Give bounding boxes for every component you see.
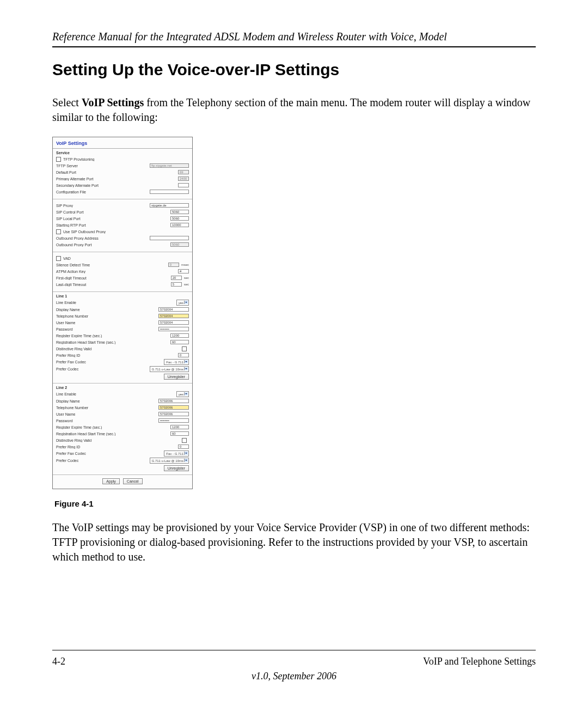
line1-register-expire-input[interactable]: 1200 (170, 333, 189, 338)
tftp-server-label: TFTP Server (56, 164, 150, 168)
line2-prefer-fax-codec-select[interactable]: Fax - G.711 (164, 451, 189, 457)
silence-detect-time-input[interactable]: 0 (168, 263, 179, 267)
intro-paragraph: Select VoIP Settings from the Telephony … (52, 95, 536, 125)
line1-display-name-label: Display Name (56, 308, 158, 312)
line1-user-name-label: User Name (56, 321, 158, 325)
atpm-action-key-label: ATPM Action Key (56, 270, 178, 273)
line2-enable-label: Line Enable (56, 392, 176, 396)
primary-alt-port-input[interactable]: 2400 (178, 176, 189, 181)
line2-register-expire-input[interactable]: 1200 (170, 425, 189, 429)
last-digit-timeout-label: Last-digit Timeout (56, 283, 171, 287)
line1-prefer-ring-id-input[interactable]: 0 (178, 353, 189, 357)
line2-user-name-label: User Name (56, 412, 158, 416)
vad-checkbox[interactable] (56, 256, 61, 261)
line1-heading: Line 1 (56, 294, 189, 298)
starting-rtp-port-input[interactable]: 10000 (170, 223, 189, 227)
secondary-alt-port-input[interactable] (178, 183, 189, 187)
sip-control-port-label: SIP Control Port (56, 210, 170, 214)
line2-unregister-button[interactable]: Unregister (164, 465, 189, 471)
line2-reg-head-start-input[interactable]: 60 (170, 431, 189, 436)
line2-reg-head-start-label: Registration Head Start Time (sec.) (56, 432, 170, 436)
line2-enable-select[interactable]: yes (176, 391, 189, 397)
last-digit-timeout-input[interactable]: 5 (171, 282, 182, 287)
use-sip-outbound-proxy-label: Use SIP Outbound Proxy (63, 230, 189, 234)
line2-heading: Line 2 (56, 386, 189, 389)
line1-register-expire-label: Register Expire Time (sec.) (56, 334, 170, 338)
line1-prefer-ring-id-label: Prefer Ring ID (56, 354, 178, 357)
config-file-label: Configuration File (56, 190, 150, 194)
line1-prefer-codec-select[interactable]: G.711 u-Law @ 10ms (150, 366, 189, 372)
line1-distinctive-ring-valid-label: Distinctive Ring Valid (56, 347, 182, 351)
line2-telephone-number-label: Telephone Number (56, 406, 158, 410)
outbound-proxy-port-input[interactable]: 5060 (170, 242, 189, 247)
apply-button[interactable]: Apply (102, 478, 120, 484)
line1-unregister-button[interactable]: Unregister (164, 374, 189, 380)
tftp-provisioning-label: TFTP Provisioning (63, 157, 189, 161)
footer-chapter-title: VoIP and Telephone Settings (423, 656, 536, 667)
section-heading: Setting Up the Voice-over-IP Settings (52, 60, 536, 79)
line2-prefer-codec-select[interactable]: G.711 u-Law @ 10ms (150, 458, 189, 464)
group-service: Service TFTP Provisioning TFTP Server ft… (53, 149, 192, 199)
line1-user-name-input[interactable]: 5702004 (158, 320, 189, 325)
sip-proxy-label: SIP Proxy (56, 204, 150, 208)
line1-password-label: Password (56, 327, 158, 331)
line1-reg-head-start-input[interactable]: 60 (170, 340, 189, 344)
line2-display-name-label: Display Name (56, 399, 158, 403)
first-digit-timeout-input[interactable]: 20 (171, 276, 182, 280)
primary-alt-port-label: Primary Alternate Port (56, 177, 178, 181)
line1-display-name-input[interactable]: 5702004 (158, 307, 189, 312)
default-port-input[interactable]: 69 (178, 170, 189, 174)
cancel-button[interactable]: Cancel (123, 478, 143, 484)
line2-prefer-fax-codec-label: Prefer Fax Codec (56, 452, 164, 455)
line1-telephone-number-input[interactable]: 5702004 (158, 314, 189, 318)
group-line-1: Line 1 Line Enable yes Display Name 5702… (53, 292, 192, 384)
after-figure-paragraph: The VoIP settings may be provisioned by … (52, 520, 536, 564)
tftp-provisioning-checkbox[interactable] (56, 157, 61, 162)
silence-detect-time-unit: msec (181, 263, 189, 266)
line2-user-name-input[interactable]: 5702006 (158, 412, 189, 416)
outbound-proxy-address-label: Outbound Proxy Address (56, 236, 150, 240)
line2-display-name-input[interactable]: 5702006 (158, 399, 189, 403)
intro-bold: VoIP Settings (82, 96, 144, 108)
outbound-proxy-port-label: Outbound Proxy Port (56, 243, 170, 247)
group-vad: VAD Silence Detect Time 0 msec ATPM Acti… (53, 252, 192, 292)
line2-telephone-number-input[interactable]: 5702006 (158, 405, 189, 410)
intro-prefix: Select (52, 96, 82, 108)
sip-proxy-input[interactable]: sipgate.de (150, 203, 189, 208)
footer-page-number: 4-2 (52, 656, 65, 667)
silence-detect-time-label: Silence Detect Time (56, 263, 168, 267)
group-sip: SIP Proxy sipgate.de SIP Control Port 50… (53, 199, 192, 252)
secondary-alt-port-label: Secondary Alternate Port (56, 184, 178, 187)
vad-label: VAD (63, 257, 189, 260)
line1-password-input[interactable]: •••••••• (158, 327, 189, 331)
first-digit-timeout-label: First-digit Timeout (56, 276, 171, 280)
group-line-2: Line 2 Line Enable yes Display Name 5702… (53, 384, 192, 475)
page-footer: 4-2 VoIP and Telephone Settings v1.0, Se… (52, 647, 536, 682)
starting-rtp-port-label: Starting RTP Port (56, 223, 170, 227)
first-digit-timeout-unit: sec (184, 276, 189, 279)
outbound-proxy-address-input[interactable] (150, 236, 189, 240)
line1-enable-label: Line Enable (56, 301, 176, 305)
service-heading: Service (56, 151, 189, 155)
running-header: Reference Manual for the Integrated ADSL… (52, 31, 536, 43)
line1-enable-select[interactable]: yes (176, 300, 189, 306)
line1-prefer-fax-codec-select[interactable]: Fax - G.711 (164, 359, 189, 365)
line2-prefer-ring-id-input[interactable]: 0 (178, 445, 189, 449)
use-sip-outbound-proxy-checkbox[interactable] (56, 229, 61, 234)
line1-prefer-fax-codec-label: Prefer Fax Codec (56, 360, 164, 364)
config-file-input[interactable] (150, 190, 189, 194)
sip-local-port-input[interactable]: 5060 (170, 216, 189, 221)
line2-prefer-ring-id-label: Prefer Ring ID (56, 445, 178, 449)
line2-distinctive-ring-valid-label: Distinctive Ring Valid (56, 439, 182, 442)
sip-local-port-label: SIP Local Port (56, 217, 170, 221)
default-port-label: Default Port (56, 171, 178, 174)
line1-distinctive-ring-valid-checkbox[interactable] (182, 346, 187, 351)
line2-prefer-codec-label: Prefer Codec (56, 459, 150, 462)
line2-password-input[interactable]: •••••••• (158, 418, 189, 423)
line2-distinctive-ring-valid-checkbox[interactable] (182, 438, 187, 443)
sip-control-port-input[interactable]: 5060 (170, 210, 189, 214)
tftp-server-input[interactable]: ftp.sipgate.net (150, 163, 189, 168)
last-digit-timeout-unit: sec (184, 283, 189, 286)
atpm-action-key-input[interactable]: # (178, 269, 189, 273)
line1-prefer-codec-label: Prefer Codec (56, 367, 150, 371)
